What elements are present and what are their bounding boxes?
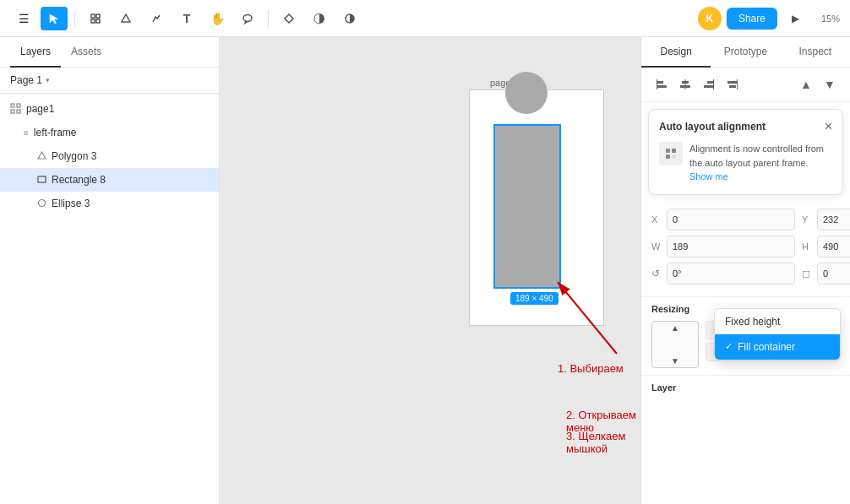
popup-text: Alignment is now controlled from the aut… — [689, 142, 832, 184]
svg-rect-16 — [657, 81, 663, 84]
svg-point-11 — [39, 199, 46, 206]
checkmark-icon: ✓ — [725, 341, 733, 352]
layer-item-page1[interactable]: page1 — [0, 97, 219, 121]
svg-rect-31 — [672, 154, 676, 159]
page-name: Page 1 — [10, 74, 42, 86]
layer-item-left-frame[interactable]: ≡ left-frame — [0, 121, 219, 144]
svg-rect-23 — [704, 85, 714, 88]
layer-item-ellipse3[interactable]: Ellipse 3 — [0, 192, 219, 215]
tab-design[interactable]: Design — [641, 37, 711, 68]
svg-rect-7 — [17, 104, 20, 107]
rotation-input[interactable] — [667, 263, 795, 285]
component-tool-button[interactable] — [275, 7, 302, 30]
svg-rect-18 — [657, 79, 657, 89]
select-tool-button[interactable] — [41, 7, 68, 30]
left-panel: Layers Assets Page 1 ▾ page1 ≡ left-fram… — [0, 37, 220, 504]
fill-container-option[interactable]: Fill container ▾ Fixed height ✓ Fill con… — [706, 343, 840, 361]
resizing-dropdown[interactable]: Fixed height ✓ Fill container — [714, 308, 841, 360]
svg-rect-29 — [672, 149, 676, 153]
fill-tool-button[interactable] — [306, 7, 333, 30]
resizing-options: Fixed width ▾ Fill container ▾ Fixed hei… — [706, 321, 840, 361]
layer-section: Layer — [641, 376, 850, 406]
y-input[interactable] — [817, 209, 850, 230]
chevron-down-icon: ▾ — [46, 76, 50, 84]
align-left-button[interactable] — [651, 74, 672, 95]
rotation-corner-row: ↺ ◻ ⊞ — [651, 263, 840, 285]
layer-name-rectangle8: Rectangle 8 — [52, 174, 106, 186]
align-right2-button[interactable] — [722, 74, 743, 95]
align-right-button[interactable] — [699, 74, 719, 95]
h-input[interactable] — [817, 236, 850, 257]
shape-tool-button[interactable] — [112, 7, 139, 30]
popup-icon — [659, 142, 683, 165]
dropdown-item-fill-container[interactable]: ✓ Fill container — [715, 334, 840, 360]
fill-container-dropdown-label: Fill container — [738, 341, 795, 353]
x-input[interactable] — [667, 209, 795, 230]
svg-rect-28 — [666, 149, 670, 153]
page-selector[interactable]: Page 1 ▾ — [0, 68, 219, 94]
align-center-h-button[interactable] — [675, 74, 695, 95]
svg-rect-27 — [737, 79, 738, 89]
polygon-icon — [37, 151, 46, 162]
w-input[interactable] — [667, 236, 795, 257]
canvas-rect-selected[interactable] — [493, 124, 561, 289]
h-label: H — [802, 241, 810, 252]
props-section: X Y W H ⟳ ↺ ◻ ⊞ — [641, 202, 850, 297]
tab-assets[interactable]: Assets — [61, 37, 112, 68]
layer-name-left-frame: left-frame — [34, 127, 77, 138]
resizing-diagram: ▲ ▼ — [651, 321, 699, 368]
svg-rect-24 — [713, 79, 714, 89]
dropdown-item-fixed-height[interactable]: Fixed height — [715, 309, 840, 334]
svg-rect-21 — [685, 79, 686, 89]
svg-rect-2 — [91, 19, 95, 23]
play-button[interactable]: ▶ — [782, 7, 809, 30]
contrast-tool-button[interactable] — [336, 7, 363, 30]
x-label: X — [651, 214, 660, 225]
hand-tool-button[interactable]: ✋ — [204, 7, 231, 30]
y-label: Y — [802, 214, 810, 225]
rotation-icon: ↺ — [651, 268, 660, 279]
layer-name-page1: page1 — [26, 103, 54, 115]
popup-link[interactable]: Show me — [689, 171, 728, 182]
layer-item-polygon3[interactable]: Polygon 3 — [0, 144, 219, 168]
xy-row: X Y — [651, 209, 840, 230]
comment-tool-button[interactable] — [234, 7, 261, 30]
alignment-row: ▲ ▼ — [641, 68, 850, 102]
align-down-button[interactable]: ▼ — [820, 74, 840, 95]
svg-point-4 — [243, 14, 252, 21]
share-button[interactable]: Share — [727, 8, 777, 30]
canvas[interactable]: page1 189 × 490 1. Выбираем 2. — [220, 37, 640, 504]
popup-close-button[interactable]: × — [825, 120, 832, 133]
resize-arrow-bottom: ▼ — [671, 356, 679, 366]
text-tool-button[interactable]: T — [173, 7, 200, 30]
avatar[interactable]: K — [698, 7, 722, 30]
svg-rect-9 — [17, 110, 20, 113]
zoom-level: 15% — [821, 14, 840, 24]
annotation-1: 1. Выбираем — [558, 362, 624, 375]
layer-list: page1 ≡ left-frame Polygon 3 Rectangle 8 — [0, 94, 219, 504]
frame-tool-button[interactable] — [82, 7, 109, 30]
menu-button[interactable]: ☰ — [10, 7, 37, 30]
layer-item-rectangle8[interactable]: Rectangle 8 — [0, 168, 219, 192]
layer-title: Layer — [651, 382, 840, 393]
wh-row: W H ⟳ — [651, 236, 840, 257]
tab-layers[interactable]: Layers — [10, 37, 61, 68]
tab-prototype[interactable]: Prototype — [711, 37, 780, 68]
toolbar-left-tools: ☰ T ✋ — [10, 7, 363, 30]
align-up-button[interactable]: ▲ — [796, 74, 816, 95]
svg-rect-8 — [11, 110, 14, 113]
corner-input[interactable] — [817, 263, 850, 285]
canvas-size-label: 189 × 490 — [510, 292, 558, 305]
separator-2 — [268, 10, 269, 27]
svg-rect-30 — [666, 154, 670, 159]
ellipse-icon — [37, 198, 46, 209]
right-panel: Design Prototype Inspect ▲ — [640, 37, 850, 504]
frame-small-icon: ≡ — [24, 128, 29, 138]
w-label: W — [651, 241, 660, 252]
canvas-frame[interactable] — [469, 89, 604, 326]
svg-rect-6 — [11, 104, 14, 107]
pen-tool-button[interactable] — [143, 7, 170, 30]
svg-rect-25 — [727, 81, 738, 84]
canvas-circle — [505, 72, 548, 114]
tab-inspect[interactable]: Inspect — [781, 37, 850, 68]
